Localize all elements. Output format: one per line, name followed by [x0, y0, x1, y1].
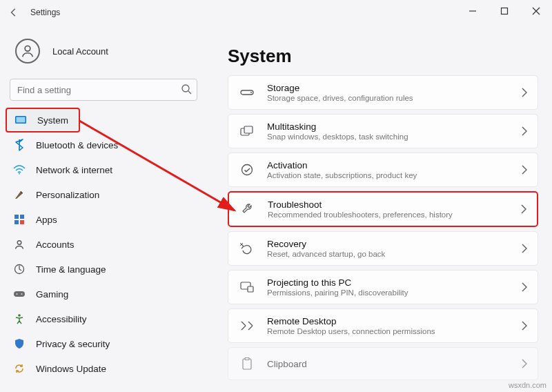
minimize-button[interactable]: [457, 0, 489, 22]
card-title: Troubleshoot: [268, 199, 520, 210]
troubleshoot-icon: [239, 200, 257, 218]
watermark: wsxdn.com: [509, 381, 546, 389]
close-button[interactable]: [520, 0, 552, 22]
chevron-right-icon: [521, 244, 528, 253]
accessibility-icon: [12, 312, 26, 326]
card-troubleshoot[interactable]: Troubleshoot Recommended troubleshooters…: [228, 191, 538, 227]
card-text: Recovery Reset, advanced startup, go bac…: [267, 239, 521, 258]
svg-rect-26: [245, 358, 249, 360]
sidebar-item-accessibility[interactable]: Accessibility: [6, 306, 201, 331]
card-text: Projecting to this PC Permissions, pairi…: [267, 277, 521, 297]
card-projecting[interactable]: Projecting to this PC Permissions, pairi…: [228, 270, 538, 304]
card-recovery[interactable]: Recovery Reset, advanced startup, go bac…: [228, 231, 538, 266]
privacy-icon: [12, 337, 26, 351]
avatar: [15, 39, 40, 63]
svg-rect-25: [243, 359, 251, 369]
titlebar: Settings: [0, 0, 552, 25]
card-title: Projecting to this PC: [267, 277, 521, 288]
svg-point-15: [17, 293, 18, 295]
nav-list: System Bluetooth & devices Network & int…: [6, 108, 201, 381]
activation-icon: [238, 161, 256, 179]
card-activation[interactable]: Activation Activation state, subscriptio…: [228, 153, 538, 187]
sidebar-item-privacy[interactable]: Privacy & security: [6, 331, 201, 356]
card-remote-desktop[interactable]: Remote Desktop Remote Desktop users, con…: [228, 308, 538, 343]
card-text: Troubleshoot Recommended troubleshooters…: [268, 199, 520, 219]
card-title: Storage: [267, 83, 521, 93]
svg-point-17: [18, 314, 21, 317]
settings-cards: Storage Storage space, drives, configura…: [228, 75, 538, 380]
sidebar-item-label: Personalization: [36, 190, 99, 200]
sidebar: Local Account System Bluetooth & devices…: [0, 25, 207, 392]
page-title: System: [228, 46, 538, 67]
card-text: Storage Storage space, drives, configura…: [267, 83, 521, 102]
back-button[interactable]: [6, 4, 22, 21]
sidebar-item-label: Accounts: [36, 239, 75, 250]
storage-icon: [238, 84, 256, 101]
accounts-icon: [12, 237, 26, 251]
sidebar-item-accounts[interactable]: Accounts: [6, 232, 201, 257]
recovery-icon: [238, 239, 256, 257]
search-input[interactable]: [10, 79, 197, 101]
sidebar-item-bluetooth[interactable]: Bluetooth & devices: [6, 133, 201, 157]
personalization-icon: [12, 188, 26, 202]
svg-rect-1: [502, 8, 508, 14]
card-title: Activation: [267, 160, 521, 170]
svg-point-22: [242, 165, 253, 175]
sidebar-item-gaming[interactable]: Gaming: [6, 282, 201, 306]
sidebar-item-system[interactable]: System: [6, 108, 80, 133]
maximize-button[interactable]: [489, 0, 520, 22]
settings-window: Settings Local Account System: [0, 0, 552, 392]
window-controls: [457, 0, 552, 22]
sidebar-item-windows-update[interactable]: Windows Update: [6, 356, 201, 381]
bluetooth-icon: [12, 138, 26, 152]
multitasking-icon: [238, 122, 256, 140]
sidebar-item-network[interactable]: Network & internet: [6, 157, 201, 182]
card-clipboard[interactable]: Clipboard: [228, 347, 538, 380]
card-title: Remote Desktop: [267, 316, 521, 326]
sidebar-item-label: Accessibility: [36, 314, 87, 324]
card-text: Activation Activation state, subscriptio…: [267, 160, 521, 179]
chevron-right-icon: [521, 126, 528, 136]
card-text: Clipboard: [267, 359, 521, 369]
search-box: [10, 79, 197, 101]
card-text: Multitasking Snap windows, desktops, tas…: [267, 121, 521, 141]
svg-rect-11: [20, 220, 24, 224]
svg-rect-24: [248, 286, 253, 292]
card-desc: Storage space, drives, configuration rul…: [267, 94, 521, 102]
time-language-icon: [12, 262, 26, 276]
account-header[interactable]: Local Account: [6, 33, 201, 75]
card-multitasking[interactable]: Multitasking Snap windows, desktops, tas…: [228, 114, 538, 148]
card-title: Recovery: [267, 239, 521, 249]
sidebar-item-label: Apps: [36, 215, 57, 225]
system-icon: [14, 113, 28, 127]
svg-point-7: [19, 173, 20, 175]
sidebar-item-label: Gaming: [36, 289, 68, 300]
projecting-icon: [238, 278, 256, 296]
card-desc: Recommended troubleshooters, preferences…: [268, 210, 520, 219]
chevron-right-icon: [521, 321, 528, 331]
card-title: Multitasking: [267, 121, 521, 132]
sidebar-item-personalization[interactable]: Personalization: [6, 182, 201, 207]
svg-point-19: [250, 92, 252, 93]
network-icon: [12, 163, 26, 177]
search-icon: [181, 84, 192, 95]
sidebar-item-label: Time & language: [36, 264, 106, 275]
sidebar-item-label: Windows Update: [36, 364, 106, 374]
svg-rect-9: [20, 215, 24, 219]
apps-icon: [12, 213, 26, 226]
sidebar-item-apps[interactable]: Apps: [6, 207, 201, 232]
chevron-right-icon: [521, 359, 528, 369]
chevron-right-icon: [520, 204, 527, 214]
card-desc: Activation state, subscriptions, product…: [267, 171, 521, 179]
svg-point-16: [21, 293, 23, 295]
sidebar-item-label: Bluetooth & devices: [36, 140, 118, 150]
main-panel: System Storage Storage space, drives, co…: [207, 25, 552, 392]
card-title: Clipboard: [267, 359, 521, 369]
remote-desktop-icon: [238, 317, 256, 335]
svg-point-12: [17, 241, 21, 245]
sidebar-item-time-language[interactable]: Time & language: [6, 257, 201, 282]
card-desc: Snap windows, desktops, task switching: [267, 133, 521, 141]
card-storage[interactable]: Storage Storage space, drives, configura…: [228, 75, 538, 110]
gaming-icon: [12, 287, 26, 301]
svg-rect-10: [14, 220, 19, 224]
